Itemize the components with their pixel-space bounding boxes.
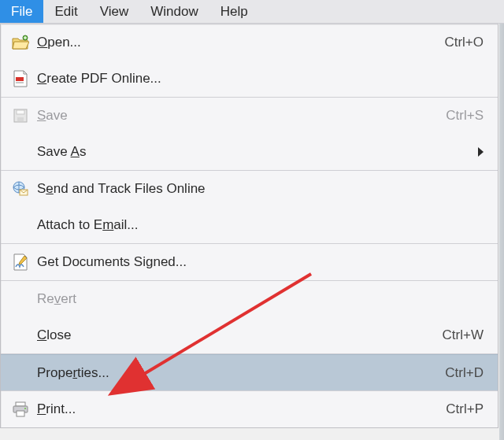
menuitem-get-signed[interactable]: Get Documents Signed... (1, 244, 498, 280)
menuitem-close-shortcut: Ctrl+W (443, 327, 484, 343)
menuitem-save-shortcut: Ctrl+S (446, 108, 484, 124)
menuitem-save: Save Ctrl+S (1, 98, 498, 134)
svg-rect-2 (16, 82, 24, 83)
svg-rect-1 (16, 77, 24, 81)
pdf-page-icon (10, 68, 31, 89)
svg-rect-5 (17, 117, 24, 121)
menuitem-attach-email-label: Attach to Email... (37, 217, 484, 233)
svg-rect-10 (17, 411, 24, 416)
menuitem-close-label: Close (37, 327, 443, 343)
menuitem-properties[interactable]: Properties... Ctrl+D (1, 354, 498, 390)
menuitem-revert-label: Revert (37, 291, 484, 307)
svg-point-11 (24, 408, 26, 409)
globe-mail-icon (10, 179, 31, 199)
menuitem-print-shortcut: Ctrl+P (446, 401, 484, 417)
menuitem-print-label: Print... (37, 401, 446, 417)
menubar: File Edit View Window Help (0, 0, 504, 24)
menuitem-create-pdf-online[interactable]: Create PDF Online... (1, 61, 498, 97)
menuitem-save-as[interactable]: Save As (1, 134, 498, 170)
menuitem-save-as-label: Save As (37, 144, 473, 160)
menu-edit[interactable]: Edit (43, 0, 88, 23)
save-floppy-icon (10, 105, 31, 126)
open-folder-icon (10, 32, 31, 53)
menuitem-print[interactable]: Print... Ctrl+P (1, 391, 498, 427)
menuitem-attach-email[interactable]: Attach to Email... (1, 207, 498, 243)
menuitem-get-signed-label: Get Documents Signed... (37, 254, 484, 270)
menuitem-open[interactable]: Open... Ctrl+O (1, 24, 498, 61)
file-dropdown: Open... Ctrl+O Create PDF Online... (0, 24, 498, 428)
svg-rect-8 (16, 402, 25, 406)
menuitem-send-track[interactable]: Send and Track Files Online (1, 171, 498, 207)
menuitem-revert: Revert (1, 281, 498, 317)
menuitem-close[interactable]: Close Ctrl+W (1, 317, 498, 353)
menuitem-open-label: Open... (37, 35, 444, 50)
menu-window[interactable]: Window (139, 0, 209, 23)
menuitem-properties-shortcut: Ctrl+D (445, 365, 484, 381)
menu-help[interactable]: Help (209, 0, 259, 23)
svg-rect-4 (17, 110, 24, 114)
sign-document-icon (10, 252, 31, 272)
menuitem-properties-label: Properties... (37, 365, 445, 381)
menuitem-open-shortcut: Ctrl+O (444, 35, 484, 50)
window-shadow (499, 24, 504, 440)
chevron-right-icon (478, 147, 484, 157)
menu-file[interactable]: File (0, 0, 43, 23)
menu-view[interactable]: View (89, 0, 140, 23)
menuitem-create-pdf-online-label: Create PDF Online... (37, 71, 484, 87)
menuitem-send-track-label: Send and Track Files Online (37, 181, 484, 197)
menuitem-save-label: Save (37, 108, 446, 124)
printer-icon (10, 399, 31, 420)
